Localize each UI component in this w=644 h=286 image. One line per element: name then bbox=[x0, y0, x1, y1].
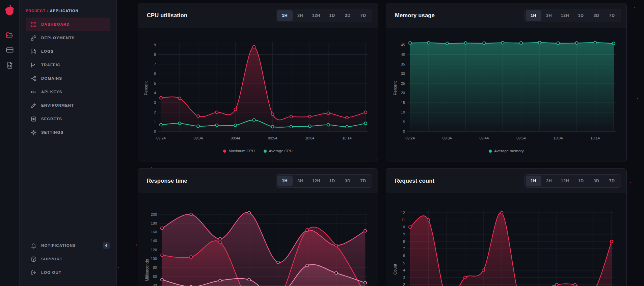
svg-text:40: 40 bbox=[401, 52, 405, 56]
chart-legend: Maximum CPUAverage CPU bbox=[138, 149, 378, 153]
sidebar-item-log-out[interactable]: LOG OUT bbox=[26, 266, 110, 279]
sidebar-item-label: SECRETS bbox=[41, 117, 62, 121]
legend-label: Average memory bbox=[494, 149, 524, 153]
svg-text:30: 30 bbox=[401, 72, 405, 76]
legend-item[interactable]: Average CPU bbox=[264, 149, 293, 153]
sidebar-item-domains[interactable]: DOMAINS bbox=[26, 72, 110, 85]
domains-icon bbox=[30, 75, 37, 82]
spark-dot bbox=[637, 98, 638, 99]
environment-icon bbox=[30, 102, 37, 109]
spark-dot bbox=[118, 267, 119, 268]
sidebar-item-label: SUPPORT bbox=[41, 257, 62, 261]
icon-rail bbox=[0, 0, 20, 286]
svg-text:1: 1 bbox=[154, 120, 156, 124]
svg-text:3: 3 bbox=[403, 275, 405, 279]
folder-open-icon[interactable] bbox=[6, 31, 14, 39]
svg-text:5: 5 bbox=[403, 261, 405, 265]
memory-chart: 454035302520151050Percent09:2409:3409:44… bbox=[386, 3, 626, 161]
svg-text:9: 9 bbox=[154, 43, 156, 47]
sidebar-item-label: DEPLOYMENTS bbox=[41, 36, 75, 40]
legend-dot bbox=[264, 150, 267, 153]
credit-card-icon[interactable] bbox=[6, 46, 14, 54]
spark-dot bbox=[634, 7, 635, 8]
svg-text:09:34: 09:34 bbox=[442, 136, 452, 140]
svg-text:45: 45 bbox=[401, 43, 405, 47]
svg-text:40: 40 bbox=[153, 283, 157, 286]
svg-text:09:54: 09:54 bbox=[268, 136, 277, 140]
traffic-icon bbox=[30, 62, 37, 68]
sidebar: PROJECT›APPLICATION DASHBOARDDEPLOYMENTS… bbox=[20, 0, 117, 286]
svg-text:09:24: 09:24 bbox=[405, 136, 415, 140]
panel-cpu-utilisation: 9876543210Percent09:2409:3409:4409:5410:… bbox=[138, 3, 378, 161]
logs-icon bbox=[30, 48, 37, 55]
sidebar-item-label: TRAFFIC bbox=[41, 63, 60, 67]
svg-text:10:14: 10:14 bbox=[590, 136, 600, 140]
svg-text:80: 80 bbox=[153, 265, 157, 269]
sidebar-item-settings[interactable]: SETTINGS bbox=[26, 126, 110, 139]
svg-text:180: 180 bbox=[151, 221, 157, 225]
svg-text:5: 5 bbox=[154, 81, 156, 85]
svg-text:9: 9 bbox=[403, 232, 405, 236]
svg-text:10: 10 bbox=[401, 110, 405, 114]
svg-text:20: 20 bbox=[401, 91, 405, 95]
svg-text:4: 4 bbox=[403, 268, 405, 272]
breadcrumb: PROJECT›APPLICATION bbox=[26, 9, 78, 13]
svg-text:Percent: Percent bbox=[393, 81, 398, 95]
legend-item[interactable]: Maximum CPU bbox=[223, 149, 254, 153]
panel-response-time: 200180160140120100806040Milliseconds Res… bbox=[138, 168, 378, 286]
notifications-badge: 4 bbox=[103, 242, 110, 249]
svg-text:Count: Count bbox=[393, 264, 398, 275]
svg-text:2: 2 bbox=[154, 110, 156, 114]
main-content: 9876543210Percent09:2409:3409:4409:5410:… bbox=[117, 0, 644, 286]
svg-text:0: 0 bbox=[154, 129, 156, 133]
sidebar-item-label: NOTIFICATIONS bbox=[41, 243, 76, 248]
sidebar-nav: DASHBOARDDEPLOYMENTSLOGSTRAFFICDOMAINSAP… bbox=[26, 18, 110, 139]
svg-text:11: 11 bbox=[401, 218, 405, 222]
sidebar-item-label: DOMAINS bbox=[41, 76, 62, 80]
sidebar-item-dashboard[interactable]: DASHBOARD bbox=[26, 18, 110, 31]
svg-text:10:14: 10:14 bbox=[342, 136, 352, 140]
svg-text:09:44: 09:44 bbox=[480, 136, 489, 140]
svg-text:09:54: 09:54 bbox=[516, 136, 526, 140]
sidebar-item-notifications[interactable]: NOTIFICATIONS4 bbox=[26, 239, 110, 252]
log-out-icon bbox=[30, 269, 37, 276]
sidebar-item-logs[interactable]: LOGS bbox=[26, 45, 110, 58]
breadcrumb-application[interactable]: APPLICATION bbox=[50, 9, 79, 13]
svg-text:100: 100 bbox=[151, 257, 157, 261]
nest-logo bbox=[4, 4, 16, 17]
svg-text:09:44: 09:44 bbox=[231, 136, 240, 140]
sidebar-item-label: DASHBOARD bbox=[41, 22, 70, 26]
svg-text:09:24: 09:24 bbox=[156, 136, 166, 140]
svg-text:8: 8 bbox=[403, 239, 405, 243]
sidebar-item-api-keys[interactable]: API KEYS bbox=[26, 85, 110, 99]
chart-legend: Average memory bbox=[386, 149, 626, 153]
sidebar-footer-nav: NOTIFICATIONS4SUPPORTLOG OUT bbox=[26, 239, 110, 279]
svg-text:6: 6 bbox=[154, 72, 156, 76]
response-time-chart: 200180160140120100806040Milliseconds bbox=[138, 168, 378, 286]
sidebar-item-secrets[interactable]: SECRETS bbox=[26, 112, 110, 126]
svg-text:2: 2 bbox=[403, 283, 405, 286]
sidebar-item-traffic[interactable]: TRAFFIC bbox=[26, 58, 110, 72]
dashboard-icon bbox=[30, 21, 37, 28]
legend-item[interactable]: Average memory bbox=[489, 149, 524, 153]
svg-text:Percent: Percent bbox=[144, 81, 149, 95]
file-code-icon[interactable] bbox=[6, 61, 14, 69]
svg-text:120: 120 bbox=[151, 248, 157, 252]
spark-dot bbox=[136, 244, 137, 245]
legend-label: Maximum CPU bbox=[229, 149, 254, 153]
svg-text:5: 5 bbox=[403, 120, 405, 124]
svg-text:35: 35 bbox=[401, 62, 405, 66]
sidebar-item-deployments[interactable]: DEPLOYMENTS bbox=[26, 31, 110, 45]
svg-text:12: 12 bbox=[401, 211, 405, 215]
sidebar-item-label: SETTINGS bbox=[41, 130, 63, 134]
svg-text:15: 15 bbox=[401, 101, 405, 105]
sidebar-item-environment[interactable]: ENVIRONMENT bbox=[26, 99, 110, 112]
sidebar-item-label: ENVIRONMENT bbox=[41, 103, 74, 107]
svg-text:10:04: 10:04 bbox=[305, 136, 315, 140]
breadcrumb-separator: › bbox=[47, 9, 49, 13]
spark-dot bbox=[630, 182, 631, 183]
sidebar-item-support[interactable]: SUPPORT bbox=[26, 252, 110, 266]
svg-text:7: 7 bbox=[154, 62, 156, 66]
breadcrumb-project[interactable]: PROJECT bbox=[26, 9, 46, 13]
secrets-icon bbox=[30, 116, 37, 122]
